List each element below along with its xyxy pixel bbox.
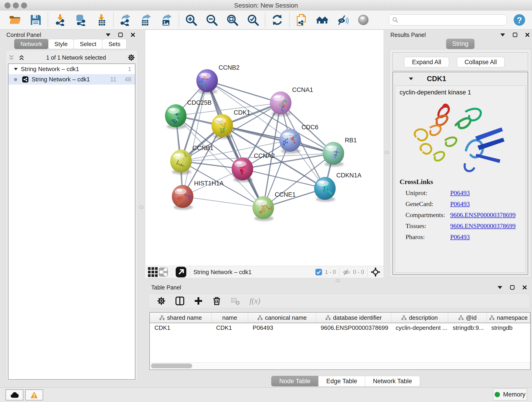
close-panel-icon[interactable] [131, 32, 135, 37]
table-row[interactable]: CDK1CDK1P064939606.ENSP00000378699cyclin… [150, 323, 530, 332]
tab-string-results[interactable]: String [446, 39, 475, 49]
node-CCNA2[interactable] [232, 157, 253, 182]
selected-checkbox-icon[interactable] [315, 269, 322, 275]
left-splitter-handle[interactable] [139, 206, 144, 209]
export-image-button[interactable] [160, 13, 173, 26]
network-canvas[interactable]: CCNB2CCNA1CDC25BCDK1CDC6RB1CCNB1CCNA2CDK… [145, 30, 384, 266]
tab-node-table[interactable]: Node Table [271, 376, 318, 386]
help-button[interactable]: ? [513, 14, 526, 26]
tab-edge-table[interactable]: Edge Table [318, 376, 365, 386]
warnings-button[interactable] [25, 389, 43, 400]
tab-network[interactable]: Network [14, 39, 48, 49]
edge-CCNB2-CCNE1[interactable] [207, 81, 263, 208]
string-view-button[interactable] [158, 267, 169, 277]
grid-view-button[interactable] [147, 267, 158, 277]
cell-canonical-name[interactable]: P06493 [248, 324, 316, 332]
crosslink-link[interactable]: P06493 [450, 200, 470, 208]
node-CCNB1[interactable] [170, 150, 192, 174]
float-panel-icon[interactable] [513, 32, 517, 37]
function-builder-button[interactable]: f(x) [249, 297, 260, 305]
open-session-button[interactable] [9, 13, 22, 26]
panel-menu-icon[interactable] [500, 33, 505, 36]
column-header--id[interactable]: @id [448, 313, 487, 323]
node-CDC25B[interactable] [165, 104, 186, 129]
import-network-from-database-button[interactable] [74, 13, 87, 26]
hide-unhide-button[interactable] [336, 13, 349, 26]
expand-all-button[interactable]: Expand All [404, 57, 449, 67]
cell-namespace[interactable]: stringdb [487, 324, 530, 332]
column-header-name[interactable]: name [211, 313, 248, 323]
cell-database-identifier[interactable]: 9606.ENSP00000378699 [316, 324, 391, 332]
bottom-splitter-handle[interactable] [336, 279, 340, 282]
tab-sets[interactable]: Sets [102, 39, 127, 49]
expand-all-icon[interactable] [19, 55, 25, 61]
float-panel-icon[interactable] [118, 32, 123, 37]
node-RB1[interactable] [323, 142, 344, 167]
show-all-networks-button[interactable] [316, 13, 329, 26]
panel-menu-icon[interactable] [106, 33, 110, 36]
scrollbar-thumb[interactable] [151, 364, 192, 368]
float-panel-icon[interactable] [510, 285, 515, 290]
node-CDKN1A[interactable] [314, 177, 336, 202]
panel-menu-icon[interactable] [498, 286, 502, 289]
zoom-in-button[interactable] [185, 13, 197, 26]
column-header-canonical-name[interactable]: canonical name [248, 313, 316, 323]
edge-HIST1H1A-CCNE1[interactable] [183, 196, 263, 208]
crosslink-link[interactable]: P06493 [450, 189, 470, 197]
cloud-status-button[interactable] [6, 389, 23, 400]
column-header-description[interactable]: description [391, 313, 448, 323]
crosslink-link[interactable]: 9606.ENSP00000378699 [450, 222, 515, 230]
search-box[interactable] [389, 14, 507, 26]
node-result-header[interactable]: CDK1 [393, 72, 528, 85]
add-column-icon[interactable] [194, 297, 203, 305]
inactive-eye-button[interactable] [357, 13, 370, 26]
close-panel-icon[interactable] [522, 285, 527, 290]
zoom-out-button[interactable] [205, 13, 218, 26]
node-HIST1H1A[interactable] [172, 185, 193, 210]
edge-CCNB2-HIST1H1A[interactable] [183, 81, 207, 196]
tab-network-table[interactable]: Network Table [365, 376, 420, 386]
node-CDK1[interactable] [211, 114, 233, 139]
delete-table-icon[interactable] [231, 297, 240, 305]
node-CCNA1[interactable] [270, 91, 291, 116]
close-panel-icon[interactable] [525, 32, 530, 37]
delete-column-icon[interactable] [212, 297, 221, 305]
hidden-eye-icon[interactable] [342, 269, 351, 275]
memory-button[interactable]: Memory [493, 389, 527, 400]
cell-shared-name[interactable]: CDK1 [150, 324, 211, 332]
edge-CCNB2-CCNA1[interactable] [207, 81, 281, 103]
import-table-button[interactable] [95, 13, 108, 26]
zoom-selected-button[interactable] [247, 13, 259, 26]
search-input[interactable] [399, 17, 507, 23]
cell-description[interactable]: cyclin-dependent ... [391, 324, 448, 332]
column-header-namespace[interactable]: namespace [487, 313, 530, 323]
column-header-shared-name[interactable]: shared name [150, 313, 211, 323]
node-CCNB2[interactable] [196, 69, 218, 94]
network-options-gear-icon[interactable] [128, 54, 135, 61]
node-CDC6[interactable] [279, 129, 301, 153]
pan-crosshair-icon[interactable] [371, 267, 380, 277]
tab-select[interactable]: Select [74, 39, 102, 49]
table-horizontal-scrollbar[interactable] [150, 362, 530, 370]
table-settings-gear-icon[interactable] [157, 297, 166, 305]
save-session-button[interactable] [29, 13, 42, 26]
cell--id[interactable]: stringdb:9... [448, 324, 487, 332]
collapse-all-button[interactable]: Collapse All [457, 57, 505, 67]
network-collection-row[interactable]: String Network – cdk1 1 [8, 64, 135, 74]
network-row[interactable]: String Network – cdk1 11 48 [8, 74, 135, 85]
export-network-button[interactable] [119, 13, 132, 26]
zoom-fit-button[interactable] [226, 13, 239, 26]
open-in-window-button[interactable] [175, 266, 187, 278]
cell-name[interactable]: CDK1 [211, 324, 248, 332]
column-header-database-identifier[interactable]: database identifier [316, 313, 391, 323]
export-table-button[interactable] [140, 13, 152, 26]
crosslink-link[interactable]: P06493 [450, 233, 470, 241]
import-network-button[interactable] [54, 13, 66, 26]
collection-expand-icon[interactable] [14, 68, 18, 70]
show-columns-icon[interactable] [175, 296, 184, 306]
refresh-view-button[interactable] [271, 13, 284, 26]
clone-network-button[interactable] [295, 13, 308, 26]
collapse-all-icon[interactable] [8, 55, 14, 61]
collapse-section-icon[interactable] [409, 77, 413, 80]
tab-style[interactable]: Style [48, 39, 74, 49]
